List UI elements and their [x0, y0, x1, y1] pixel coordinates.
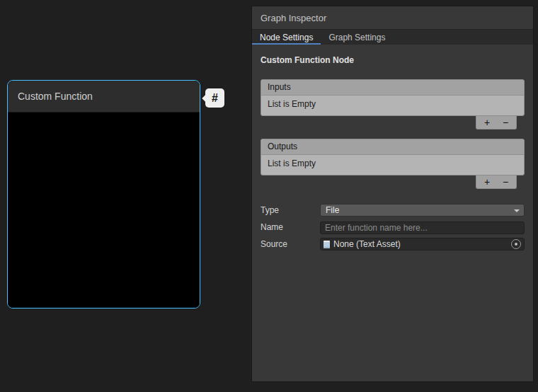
outputs-list: Outputs List is Empty + − [261, 139, 525, 189]
tab-node-settings-label: Node Settings [260, 33, 313, 42]
tab-graph-settings-label: Graph Settings [328, 33, 385, 42]
outputs-add-button[interactable]: + [478, 176, 496, 188]
source-object-value: None (Text Asset) [333, 239, 511, 249]
source-row: Source None (Text Asset) [261, 238, 525, 250]
graph-inspector-panel: Graph Inspector Node Settings Graph Sett… [251, 6, 534, 382]
type-label: Type [261, 205, 320, 215]
outputs-list-footer: + − [476, 175, 517, 189]
text-asset-icon [324, 241, 330, 248]
inputs-remove-button[interactable]: − [496, 117, 515, 129]
outputs-list-box: Outputs List is Empty [261, 139, 525, 175]
section-title: Custom Function Node [261, 55, 525, 65]
chevron-down-icon [514, 209, 520, 212]
name-row: Name [261, 221, 525, 234]
hash-badge[interactable]: # [205, 88, 224, 108]
node-title: Custom Function [18, 91, 93, 102]
inputs-list-box: Inputs List is Empty [261, 79, 525, 116]
type-dropdown[interactable]: File [320, 204, 525, 217]
function-name-input[interactable] [320, 221, 525, 234]
outputs-list-header: Outputs [261, 139, 524, 155]
panel-title: Graph Inspector [252, 6, 533, 29]
inputs-list-header: Inputs [261, 80, 524, 96]
type-dropdown-value: File [326, 205, 339, 215]
inputs-list: Inputs List is Empty + − [261, 79, 525, 129]
type-row: Type File [261, 204, 525, 217]
tab-node-settings[interactable]: Node Settings [252, 30, 321, 45]
node-header[interactable]: Custom Function [8, 81, 200, 113]
source-object-field[interactable]: None (Text Asset) [320, 238, 525, 250]
node-preview-body [8, 113, 200, 308]
hash-badge-label: # [212, 92, 218, 105]
inspector-tabbar: Node Settings Graph Settings [252, 29, 533, 45]
outputs-empty-row: List is Empty [261, 155, 524, 175]
inputs-add-button[interactable]: + [478, 117, 496, 129]
outputs-remove-button[interactable]: − [496, 176, 515, 188]
source-label: Source [261, 239, 320, 249]
custom-function-node[interactable]: Custom Function [7, 80, 200, 309]
tab-graph-settings[interactable]: Graph Settings [321, 30, 393, 45]
node-settings-fields: Type File Name Source [261, 204, 525, 250]
inspector-content: Custom Function Node Inputs List is Empt… [252, 45, 533, 381]
inputs-list-footer: + − [476, 116, 517, 129]
inputs-empty-row: List is Empty [261, 96, 524, 115]
object-picker-icon[interactable] [511, 239, 521, 249]
name-label: Name [261, 222, 320, 232]
